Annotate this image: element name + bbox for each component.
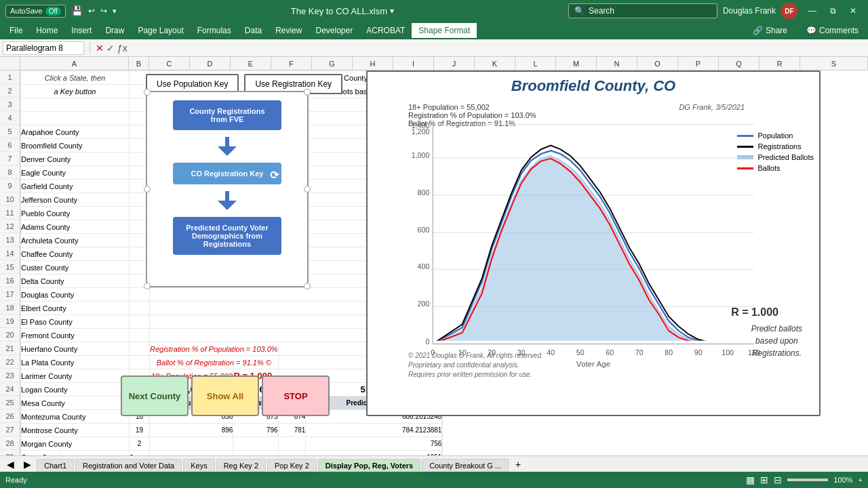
col-header-r[interactable]: R [760,57,800,70]
add-sheet-button[interactable]: + [510,457,526,472]
tab-data[interactable]: Data [238,23,269,38]
confirm-formula-icon[interactable]: ✓ [106,43,115,54]
col-header-k[interactable]: K [475,57,515,70]
tab-draw[interactable]: Draw [98,23,131,38]
col-header-i[interactable]: I [393,57,434,70]
sheet-tab-chart1[interactable]: Chart1 [37,459,74,472]
sheet-tab-reg-voter-data[interactable]: Registration and Voter Data [75,459,182,472]
dropdown-icon[interactable]: ▾ [390,6,394,16]
cell-a23[interactable]: Larimer County [21,369,130,383]
cell-a17[interactable]: Douglas County [21,288,130,302]
name-box[interactable] [3,41,84,55]
view-page-layout-icon[interactable]: ⊞ [760,474,768,485]
cell-a28[interactable]: Morgan County [21,437,130,451]
col-header-l[interactable]: L [515,57,556,70]
cell-a25[interactable]: Mesa County [21,396,130,410]
sheet-tab-pop-key2[interactable]: Pop Key 2 [267,459,317,472]
col-header-a[interactable]: A [20,57,129,70]
sheet-nav-left[interactable]: ◀ [3,457,18,472]
col-header-h[interactable]: H [353,57,393,70]
cell-a26[interactable]: Montezuma County [21,410,130,424]
handle-tl[interactable] [144,89,151,96]
next-county-button[interactable]: Next County [121,375,189,416]
minimize-button[interactable]: — [803,4,822,18]
col-header-o[interactable]: O [637,57,678,70]
zoom-slider[interactable] [787,479,828,481]
stop-button[interactable]: STOP [262,375,330,416]
restore-button[interactable]: ⧉ [823,4,842,18]
cell-a1[interactable]: Click a State, then [21,71,130,85]
col-header-n[interactable]: N [597,57,637,70]
cell-a4[interactable] [21,112,130,125]
cell-a27[interactable]: Montrose County [21,424,130,437]
sheet-tab-county-breakout[interactable]: County Breakout G ... [422,459,509,472]
save-icon[interactable]: 💾 [71,5,83,16]
cancel-formula-icon[interactable]: ✕ [96,43,104,54]
cell-a15[interactable]: Custer County [21,261,130,274]
autosave-badge[interactable]: AutoSave Off [5,5,66,18]
view-page-break-icon[interactable]: ⊟ [774,474,782,485]
zoom-in-icon[interactable]: + [859,476,863,484]
tab-file[interactable]: File [3,23,29,38]
col-header-g[interactable]: G [312,57,353,70]
col-header-p[interactable]: P [678,57,719,70]
cell-a14[interactable]: Chaffee County [21,247,130,261]
cell-a7[interactable]: Denver County [21,152,130,166]
cell-a13[interactable]: Archuleta County [21,234,130,247]
cell-a10[interactable]: Jefferson County [21,193,130,207]
user-avatar[interactable]: DF [781,3,797,19]
cell-a16[interactable]: Delta County [21,274,130,288]
sheet-tab-keys[interactable]: Keys [183,459,214,472]
view-normal-icon[interactable]: ▦ [746,474,755,485]
cell-a24[interactable]: Logan County [21,383,130,396]
handle-ml[interactable] [144,186,151,192]
comments-button[interactable]: 💬 Comments [800,24,865,37]
cell-a20[interactable]: Fremont County [21,329,130,342]
col-header-q[interactable]: Q [719,57,760,70]
handle-tr[interactable] [304,89,311,96]
sheet-tab-display-pop-reg-voters[interactable]: Display Pop, Reg, Voters [318,459,420,472]
redo-icon[interactable]: ↪ [100,6,107,16]
tab-shape-format[interactable]: Shape Format [412,23,477,38]
col-header-d[interactable]: D [190,57,231,70]
handle-br[interactable] [304,283,311,289]
cell-a12[interactable]: Adams County [21,220,130,234]
sheet-tab-reg-key2[interactable]: Reg Key 2 [216,459,266,472]
col-header-j[interactable]: J [434,57,475,70]
handle-mr[interactable] [304,186,311,192]
col-header-e[interactable]: E [231,57,271,70]
quick-access-more[interactable]: ▾ [113,7,117,16]
col-header-c[interactable]: C [149,57,190,70]
cell-a9[interactable]: Garfield County [21,180,130,193]
cell-a11[interactable]: Pueblo County [21,207,130,220]
col-header-f[interactable]: F [271,57,312,70]
undo-icon[interactable]: ↩ [88,6,95,16]
col-header-b[interactable]: B [129,57,149,70]
tab-review[interactable]: Review [269,23,309,38]
show-all-button[interactable]: Show All [191,375,259,416]
close-button[interactable]: ✕ [844,4,863,18]
cell-a8[interactable]: Eagle County [21,166,130,180]
cell-a21[interactable]: Huerfano County [21,342,130,356]
cell-a2[interactable]: a Key button [21,85,130,98]
tab-acrobat[interactable]: ACROBAT [359,23,412,38]
formula-input[interactable] [130,42,865,54]
tab-formulas[interactable]: Formulas [191,23,238,38]
search-box[interactable]: 🔍 Search [568,3,717,18]
tab-home[interactable]: Home [29,23,64,38]
col-header-m[interactable]: M [556,57,597,70]
share-button[interactable]: 🔗 Share [746,24,794,37]
cell-a19[interactable]: El Paso County [21,315,130,329]
col-header-s[interactable]: S [800,57,868,70]
tab-insert[interactable]: Insert [64,23,98,38]
cell-a18[interactable]: Elbert County [21,302,130,315]
sheet-nav-right[interactable]: ▶ [20,457,35,472]
cell-a22[interactable]: La Plata County [21,356,130,369]
cell-a5[interactable]: Arapahoe County [21,125,130,139]
tab-page-layout[interactable]: Page Layout [131,23,190,38]
cell-a29[interactable]: Otero County [21,451,130,456]
handle-bl[interactable] [144,283,151,289]
insert-function-icon[interactable]: ƒx [117,43,127,54]
tab-developer[interactable]: Developer [309,23,360,38]
cell-a6[interactable]: Broomfield County [21,139,130,152]
